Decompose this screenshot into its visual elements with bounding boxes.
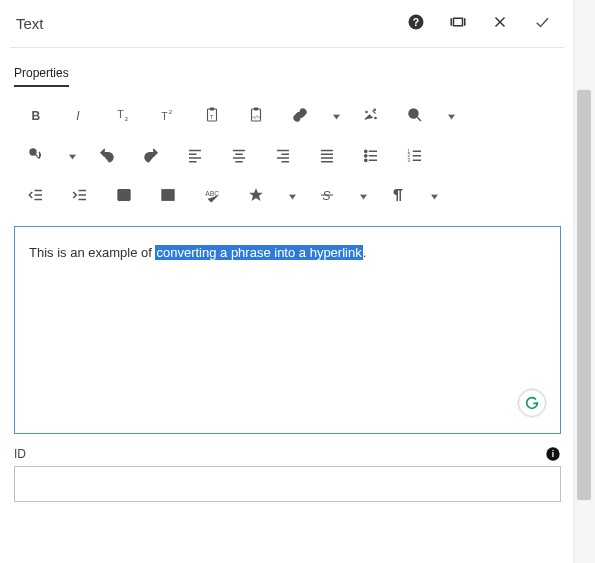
table-icon [159,186,177,207]
align-center-icon [230,146,248,167]
subscript-button[interactable]: T2 [102,98,146,134]
editor-selected-text: converting a phrase into a hyperlink [155,245,362,260]
help-button[interactable]: ? [399,7,433,41]
fullscreen-button[interactable] [441,7,475,41]
svg-point-22 [409,109,418,118]
link-button[interactable] [278,98,322,134]
insert-image-button[interactable] [102,178,146,214]
rich-text-editor[interactable]: This is an example of converting a phras… [14,226,561,434]
search-button[interactable] [393,98,437,134]
main-column: Text ? [0,0,573,563]
svg-point-61 [121,192,123,194]
align-left-icon [186,146,204,167]
search-dropdown[interactable] [438,98,464,134]
chevron-down-icon [68,149,77,164]
help-icon: ? [407,13,425,34]
rich-text-toolbar: B I T2 T2 T </> [10,86,565,222]
pilcrow-icon [389,186,407,207]
paste-code-button[interactable]: </> [234,98,278,134]
grammarly-icon [524,394,540,413]
list-number-icon: 123 [406,146,424,167]
align-right-button[interactable] [261,138,305,174]
confirm-button[interactable] [525,7,559,41]
list-bullet-icon [362,146,380,167]
grammarly-badge[interactable] [518,389,546,417]
superscript-button[interactable]: T2 [146,98,190,134]
svg-text:?: ? [413,16,419,28]
spellcheck-button[interactable]: ABC [190,178,234,214]
svg-text:2: 2 [169,108,173,114]
align-center-button[interactable] [217,138,261,174]
chevron-down-icon [359,189,368,204]
link-icon [291,106,309,127]
undo-button[interactable] [85,138,129,174]
svg-text:i: i [552,449,554,459]
outdent-button[interactable] [14,178,58,214]
editor-text-before: This is an example of [29,245,155,260]
insert-table-button[interactable] [146,178,190,214]
paste-text-button[interactable]: T [190,98,234,134]
number-list-button[interactable]: 123 [393,138,437,174]
svg-text:</>: </> [252,113,260,119]
svg-text:T: T [210,113,214,119]
toolbar-row-2: 123 [14,138,561,174]
special-char-button[interactable] [234,178,278,214]
paragraph-dropdown[interactable] [421,178,447,214]
check-icon [533,13,551,34]
align-right-icon [274,146,292,167]
replace-button[interactable] [14,138,58,174]
strike-dropdown[interactable] [350,178,376,214]
image-icon [115,186,133,207]
clear-format-button[interactable] [349,98,393,134]
tab-bar: Properties [10,54,565,86]
svg-text:I: I [76,108,80,122]
magic-clear-icon [362,106,380,127]
special-char-dropdown[interactable] [279,178,305,214]
italic-button[interactable]: I [58,98,102,134]
chevron-down-icon [447,109,456,124]
link-dropdown[interactable] [323,98,349,134]
scrollbar-thumb[interactable] [577,90,591,500]
id-input[interactable] [14,466,561,502]
tab-properties[interactable]: Properties [14,62,69,86]
toolbar-row-3: ABC S [14,178,561,214]
svg-text:T: T [117,108,124,120]
header-actions: ? [399,7,565,41]
align-justify-button[interactable] [305,138,349,174]
undo-icon [98,146,116,167]
id-field: ID i [14,446,561,502]
indent-icon [71,186,89,207]
panel-title: Text [10,15,399,32]
svg-text:T: T [161,109,168,121]
bold-icon: B [27,106,45,127]
indent-button[interactable] [58,178,102,214]
svg-rect-2 [454,18,463,26]
svg-point-20 [375,117,377,119]
scrollbar-track[interactable] [573,0,595,563]
close-button[interactable] [483,7,517,41]
redo-button[interactable] [129,138,173,174]
close-icon [491,13,509,34]
replace-icon [27,146,45,167]
spellcheck-icon: ABC [203,186,221,207]
info-icon[interactable]: i [545,446,561,462]
strike-button[interactable]: S [305,178,349,214]
star-icon [247,186,265,207]
svg-point-46 [365,159,367,161]
editor-text-after: . [363,245,367,260]
svg-text:2: 2 [125,116,129,122]
svg-line-23 [417,117,421,121]
svg-marker-66 [249,188,263,201]
bold-button[interactable]: B [14,98,58,134]
italic-icon: I [71,106,89,127]
panel-header: Text ? [10,0,565,48]
paragraph-button[interactable] [376,178,420,214]
svg-text:3: 3 [408,157,411,162]
svg-text:B: B [32,108,41,122]
redo-icon [142,146,160,167]
svg-rect-14 [210,107,215,110]
replace-dropdown[interactable] [59,138,85,174]
bullet-list-button[interactable] [349,138,393,174]
paste-code-icon: </> [247,106,265,127]
align-left-button[interactable] [173,138,217,174]
